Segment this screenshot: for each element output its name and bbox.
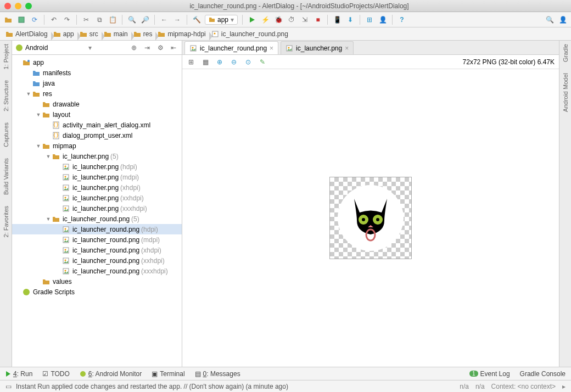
search-everywhere-icon[interactable]: 🔍 xyxy=(545,15,555,25)
close-tab-icon[interactable]: × xyxy=(345,44,349,52)
tree-twisty-icon[interactable]: ▼ xyxy=(45,154,52,159)
breadcrumb-item[interactable]: src xyxy=(77,30,102,38)
tree-node[interactable]: values xyxy=(12,276,182,287)
tool-strip-item[interactable]: 2: Structure xyxy=(3,80,9,111)
paste-icon[interactable]: 📋 xyxy=(108,15,117,25)
editor-tab[interactable]: ic_launcher.png× xyxy=(281,41,354,54)
tree-node[interactable]: ▼mipmap xyxy=(12,141,182,151)
image-viewport[interactable] xyxy=(182,69,559,367)
tree-twisty-icon[interactable]: ▼ xyxy=(35,112,42,117)
tree-node[interactable]: java xyxy=(12,78,182,88)
tool-strip-item[interactable]: Captures xyxy=(3,122,9,147)
run-config-selector[interactable]: app ▾ xyxy=(205,15,238,25)
zoom-window-button[interactable] xyxy=(25,3,32,9)
tree-node[interactable]: ⟨⟩dialog_prompt_user.xml xyxy=(12,130,182,141)
open-icon[interactable] xyxy=(3,15,13,25)
tree-node[interactable]: Gradle Scripts xyxy=(12,287,182,297)
back-icon[interactable]: ← xyxy=(159,15,169,25)
tree-twisty-icon[interactable]: ▼ xyxy=(35,143,42,149)
tree-node[interactable]: ic_launcher.png(mdpi) xyxy=(12,172,182,182)
apply-changes-icon[interactable]: ⚡ xyxy=(260,15,270,25)
tree-node[interactable]: ic_launcher.png(xhdpi) xyxy=(12,182,182,193)
tree-node[interactable]: ic_launcher_round.png(hdpi) xyxy=(12,224,182,234)
target-icon[interactable]: ⊕ xyxy=(129,43,139,53)
bottom-tool-item[interactable]: Gradle Console xyxy=(520,370,566,378)
theme-editor-icon[interactable]: 👤 xyxy=(378,15,388,25)
bottom-tool-item[interactable]: ▣Terminal xyxy=(152,370,184,378)
tree-node[interactable]: manifests xyxy=(12,68,182,78)
tree-twisty-icon[interactable]: ▼ xyxy=(45,216,52,222)
forward-icon[interactable]: → xyxy=(172,15,182,25)
tree-node-label: java xyxy=(43,80,55,87)
tree-node[interactable]: app xyxy=(12,57,182,68)
hide-icon[interactable]: ⇤ xyxy=(169,43,178,53)
tool-strip-item[interactable]: 2: Favorites xyxy=(3,206,9,237)
dropdown-caret-icon[interactable]: ▾ xyxy=(88,44,92,52)
grid2-icon[interactable]: ▦ xyxy=(201,58,210,66)
tool-strip-item[interactable]: Gradle xyxy=(562,44,569,62)
run-icon[interactable] xyxy=(247,15,257,25)
user-icon[interactable]: 👤 xyxy=(558,15,568,25)
undo-icon[interactable]: ↶ xyxy=(49,15,59,25)
collapse-icon[interactable]: ⇥ xyxy=(142,43,152,53)
breadcrumb-item[interactable]: app xyxy=(51,30,77,38)
gear-icon[interactable]: ⚙ xyxy=(155,43,165,53)
bottom-tool-item[interactable]: ▤0: Messages xyxy=(195,370,240,378)
help-icon[interactable]: ? xyxy=(397,15,407,25)
attach-icon[interactable]: ⇲ xyxy=(300,15,310,25)
layout-inspector-icon[interactable]: ⊞ xyxy=(365,15,374,25)
project-view-label[interactable]: Android xyxy=(25,44,48,52)
tree-node[interactable]: ▼res xyxy=(12,88,182,99)
copy-icon[interactable]: ⧉ xyxy=(94,15,104,25)
avd-icon[interactable]: 📱 xyxy=(332,15,342,25)
status-icon[interactable]: ▭ xyxy=(5,383,12,390)
replace-icon[interactable]: 🔎 xyxy=(140,15,150,25)
tree-node[interactable]: ic_launcher.png(hdpi) xyxy=(12,161,182,172)
minimize-window-button[interactable] xyxy=(15,3,21,9)
save-icon[interactable] xyxy=(16,15,26,25)
cut-icon[interactable]: ✂ xyxy=(81,15,91,25)
tree-node[interactable]: ic_launcher_round.png(xhdpi) xyxy=(12,245,182,255)
redo-icon[interactable]: ↷ xyxy=(62,15,72,25)
breadcrumb-item[interactable]: mipmap-hdpi xyxy=(155,30,209,38)
bottom-tool-item[interactable]: 1Event Log xyxy=(469,370,510,378)
tool-strip-item[interactable]: Android Model xyxy=(562,73,569,112)
bottom-tool-item[interactable]: ☑TODO xyxy=(42,370,69,378)
bottom-tool-item[interactable]: 6: Android Monitor xyxy=(80,370,142,378)
tool-strip-item[interactable]: Build Variants xyxy=(3,158,9,195)
sdk-icon[interactable]: ⬇ xyxy=(345,15,355,25)
tree-twisty-icon[interactable]: ▼ xyxy=(25,91,32,97)
tool-strip-item[interactable]: 1: Project xyxy=(3,44,9,69)
tree-node[interactable]: ic_launcher.png(xxxhdpi) xyxy=(12,203,182,214)
breadcrumb-item[interactable]: main xyxy=(102,30,131,38)
zoom-out-icon[interactable]: ⊖ xyxy=(229,58,238,66)
find-icon[interactable]: 🔍 xyxy=(127,15,137,25)
make-icon[interactable]: 🔨 xyxy=(192,15,201,25)
close-window-button[interactable] xyxy=(4,3,11,9)
breadcrumb-item[interactable]: AlertDialog xyxy=(3,30,51,38)
zoom-in-icon[interactable]: ⊕ xyxy=(215,58,224,66)
close-tab-icon[interactable]: × xyxy=(270,44,273,52)
tree-node[interactable]: ic_launcher.png(xxhdpi) xyxy=(12,193,182,203)
tree-node[interactable]: ▼ic_launcher.png(5) xyxy=(12,151,182,161)
tree-node[interactable]: ic_launcher_round.png(mdpi) xyxy=(12,234,182,245)
sync-icon[interactable]: ⟳ xyxy=(30,15,40,25)
breadcrumb-item[interactable]: res xyxy=(131,30,156,38)
breadcrumb-item[interactable]: ic_launcher_round.png xyxy=(209,30,292,38)
tree-node[interactable]: ▼layout xyxy=(12,109,182,120)
editor-tab[interactable]: ic_launcher_round.png× xyxy=(184,41,278,54)
debug-icon[interactable]: 🐞 xyxy=(273,15,283,25)
eyedropper-icon[interactable]: ✎ xyxy=(258,58,267,66)
zoom-fit-icon[interactable]: ⊙ xyxy=(244,58,253,66)
tree-node[interactable]: ⟨⟩activity_main_alert_dialog.xml xyxy=(12,120,182,130)
tree-node[interactable]: ▼ic_launcher_round.png(5) xyxy=(12,214,182,224)
tree-node[interactable]: ic_launcher_round.png(xxhdpi) xyxy=(12,255,182,266)
tree-node[interactable]: ic_launcher_round.png(xxxhdpi) xyxy=(12,266,182,276)
grid-icon[interactable]: ⊞ xyxy=(187,58,195,66)
folder-icon xyxy=(80,30,87,38)
profile-icon[interactable]: ⏱ xyxy=(287,15,296,25)
tree-node[interactable]: drawable xyxy=(12,99,182,109)
status-menu-icon[interactable]: ▸ xyxy=(562,383,566,390)
stop-icon[interactable]: ■ xyxy=(313,15,323,25)
bottom-tool-item[interactable]: 4: Run xyxy=(5,370,32,378)
